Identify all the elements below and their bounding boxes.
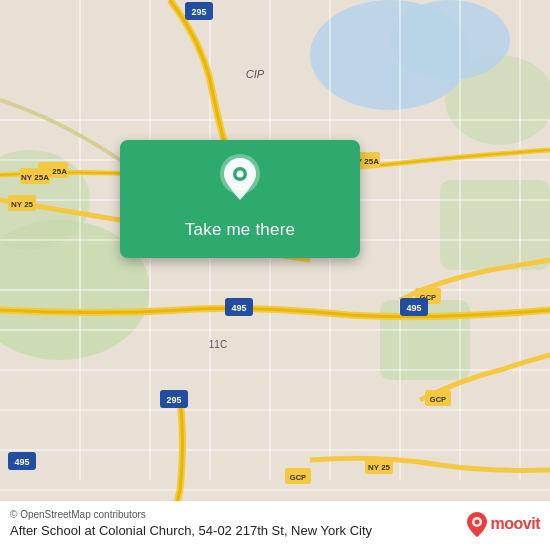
map-pin-icon bbox=[218, 154, 262, 208]
svg-text:GCP: GCP bbox=[290, 473, 306, 482]
bottom-info-bar: © OpenStreetMap contributors After Schoo… bbox=[0, 501, 550, 550]
svg-rect-4 bbox=[440, 180, 550, 270]
svg-text:495: 495 bbox=[14, 457, 29, 467]
location-info: © OpenStreetMap contributors After Schoo… bbox=[10, 509, 372, 540]
svg-text:295: 295 bbox=[166, 395, 181, 405]
svg-text:GCP: GCP bbox=[430, 395, 446, 404]
svg-text:495: 495 bbox=[231, 303, 246, 313]
moovit-text: moovit bbox=[491, 515, 540, 533]
svg-text:NY 25: NY 25 bbox=[11, 200, 34, 209]
location-title: After School at Colonial Church, 54-02 2… bbox=[10, 522, 372, 540]
take-me-there-popup[interactable]: Take me there bbox=[120, 140, 360, 258]
svg-text:CIP: CIP bbox=[246, 68, 265, 80]
svg-point-59 bbox=[237, 171, 244, 178]
map-container: 295 495 295 NY 25A NY 25A NY 25A NY 25 N… bbox=[0, 0, 550, 550]
map-svg: 295 495 295 NY 25A NY 25A NY 25A NY 25 N… bbox=[0, 0, 550, 550]
svg-text:495: 495 bbox=[406, 303, 421, 313]
take-me-there-button[interactable]: Take me there bbox=[175, 216, 305, 244]
svg-point-7 bbox=[390, 0, 510, 80]
moovit-logo: moovit bbox=[466, 510, 540, 538]
svg-text:NY 25A: NY 25A bbox=[21, 173, 49, 182]
osm-attribution: © OpenStreetMap contributors bbox=[10, 509, 372, 520]
svg-text:295: 295 bbox=[191, 7, 206, 17]
svg-text:11C: 11C bbox=[209, 339, 227, 350]
svg-text:NY 25: NY 25 bbox=[368, 463, 391, 472]
svg-point-61 bbox=[474, 520, 479, 525]
